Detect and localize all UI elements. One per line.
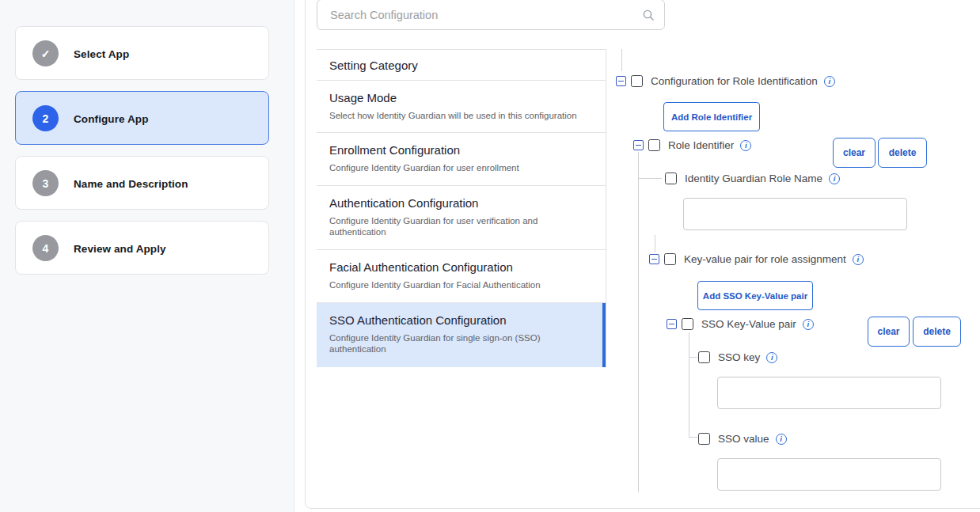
tree-connector-line <box>655 235 655 252</box>
step-label: Name and Description <box>74 157 188 210</box>
delete-button[interactable]: delete <box>878 138 927 168</box>
tree-node-sso-pair: SSO Key-Value pair i <box>667 317 814 331</box>
role-name-input[interactable] <box>683 198 907 230</box>
node-label: SSO value <box>718 433 769 445</box>
category-description: Configure Identity Guardian for user ver… <box>329 215 601 237</box>
node-label: Identity Guardian Role Name <box>685 173 822 184</box>
tree-node-role-name: Identity Guardian Role Name i <box>665 172 840 185</box>
clear-button[interactable]: clear <box>868 317 910 347</box>
tree-connector-line <box>689 357 697 358</box>
setting-category-header: Setting Category <box>317 50 606 81</box>
category-item-facial-authentication-configuration[interactable]: Facial Authentication Configuration Conf… <box>317 250 606 303</box>
category-item-sso-authentication-configuration[interactable]: SSO Authentication Configuration Configu… <box>317 303 606 367</box>
tree-node-sso-value: SSO value i <box>698 432 787 446</box>
node-checkbox[interactable] <box>664 253 676 265</box>
node-checkbox[interactable] <box>665 173 677 184</box>
category-description: Select how Identity Guardian will be use… <box>329 110 601 121</box>
step-label: Configure App <box>74 92 149 146</box>
collapse-toggle-icon[interactable] <box>633 140 644 150</box>
node-label: Configuration for Role Identification <box>651 75 818 87</box>
delete-button[interactable]: delete <box>913 317 961 347</box>
configuration-tree: Configuration for Role Identification i … <box>606 0 980 512</box>
info-icon[interactable]: i <box>824 76 835 87</box>
category-title: Facial Authentication Configuration <box>329 260 601 274</box>
category-title: Enrollment Configuration <box>329 143 601 157</box>
add-role-identifier-button[interactable]: Add Role Identifier <box>663 102 760 131</box>
app-window: ✓ Select App 2 Configure App 3 Name and … <box>0 0 980 512</box>
sso-value-input[interactable] <box>717 458 941 491</box>
category-item-usage-mode[interactable]: Usage Mode Select how Identity Guardian … <box>317 81 606 133</box>
collapse-toggle-icon[interactable] <box>649 254 659 264</box>
collapse-toggle-icon[interactable] <box>616 76 626 86</box>
node-checkbox[interactable] <box>682 318 693 330</box>
node-checkbox[interactable] <box>648 139 660 151</box>
node-label: SSO key <box>718 351 760 363</box>
step-label: Review and Apply <box>74 222 166 275</box>
info-icon[interactable]: i <box>853 254 864 265</box>
check-icon: ✓ <box>32 40 59 66</box>
step-item-configure-app[interactable]: 2 Configure App <box>15 91 269 145</box>
info-icon[interactable]: i <box>829 173 840 184</box>
tree-node-role-identification: Configuration for Role Identification i <box>616 74 835 88</box>
tree-connector-line <box>621 49 622 71</box>
step-item-review-and-apply[interactable]: 4 Review and Apply <box>15 221 269 275</box>
add-sso-key-value-pair-button[interactable]: Add SSO Key-Value pair <box>697 281 813 310</box>
category-title: SSO Authentication Configuration <box>329 313 601 327</box>
step-number-badge: 3 <box>32 170 59 196</box>
category-description: Configure Identity Guardian for single s… <box>329 332 601 355</box>
step-item-name-and-description[interactable]: 3 Name and Description <box>15 156 269 210</box>
step-number-badge: 4 <box>32 235 59 261</box>
tree-connector-line <box>638 152 639 492</box>
tree-connector-line <box>689 332 689 438</box>
stepper-sidebar: ✓ Select App 2 Configure App 3 Name and … <box>0 0 294 512</box>
setting-category-panel: Setting Category Usage Mode Select how I… <box>317 49 606 367</box>
node-label: SSO Key-Value pair <box>701 318 796 330</box>
tree-connector-line <box>638 178 662 179</box>
clear-button[interactable]: clear <box>833 138 876 168</box>
step-number-badge: 2 <box>32 105 59 131</box>
tree-node-sso-key: SSO key i <box>698 351 777 364</box>
node-checkbox[interactable] <box>698 433 710 445</box>
tree-connector-line <box>689 437 697 438</box>
tree-node-role-identifier: Role Identifier i <box>633 138 751 152</box>
category-title: Authentication Configuration <box>329 196 601 210</box>
info-icon[interactable]: i <box>740 140 751 151</box>
collapse-toggle-icon[interactable] <box>667 319 677 329</box>
sso-key-input[interactable] <box>717 377 941 409</box>
step-item-select-app[interactable]: ✓ Select App <box>15 26 269 80</box>
category-description: Configure Identity Guardian for Facial A… <box>329 279 601 290</box>
step-label: Select App <box>74 27 129 81</box>
node-checkbox[interactable] <box>631 75 643 87</box>
node-checkbox[interactable] <box>698 351 710 363</box>
node-label: Role Identifier <box>668 139 734 151</box>
category-item-enrollment-configuration[interactable]: Enrollment Configuration Configure Ident… <box>317 133 606 186</box>
category-description: Configure Identity Guardian for user enr… <box>329 162 601 173</box>
tree-node-key-value-pair: Key-value pair for role assignment i <box>649 252 864 266</box>
node-label: Key-value pair for role assignment <box>684 253 846 265</box>
info-icon[interactable]: i <box>803 319 814 330</box>
info-icon[interactable]: i <box>776 434 787 445</box>
info-icon[interactable]: i <box>766 352 777 363</box>
category-title: Usage Mode <box>329 91 601 104</box>
category-item-authentication-configuration[interactable]: Authentication Configuration Configure I… <box>317 186 606 250</box>
